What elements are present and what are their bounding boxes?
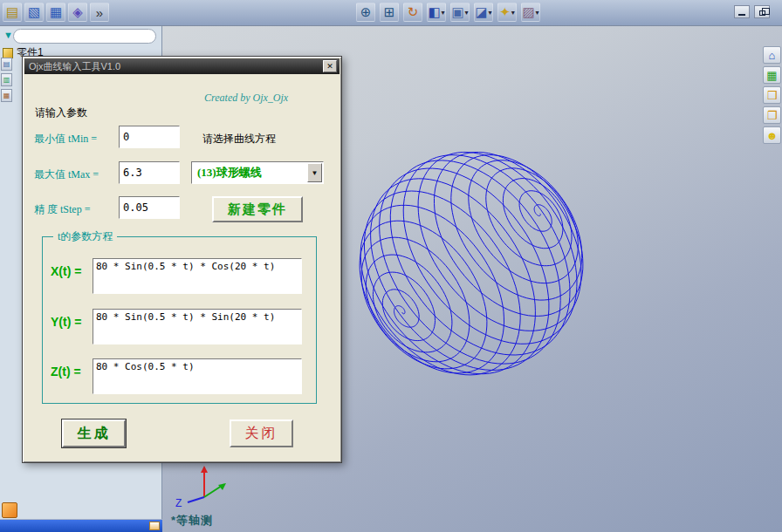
restore-button[interactable] — [754, 5, 770, 18]
dialog-titlebar[interactable]: Ojx曲线输入工具V1.0 ✕ — [24, 58, 340, 74]
open-document-icon[interactable]: ▧ — [24, 3, 44, 22]
spherical-spiral-curve — [360, 153, 583, 375]
taskbar-app-icon[interactable] — [2, 502, 17, 518]
z-equation-label: Z(t) = — [51, 365, 81, 379]
section-view-icon[interactable]: ◪▾ — [474, 3, 493, 22]
minimize-button[interactable] — [734, 5, 750, 18]
appearance-icon[interactable]: ✦▾ — [497, 3, 517, 22]
curve-equation-select[interactable]: (13)球形螺线 ▼ — [191, 161, 324, 184]
task-pane-tabs: ⌂▦❒❐☻ — [763, 46, 781, 144]
dropdown-caret-icon[interactable]: ▾ — [511, 9, 515, 17]
document-window-controls — [734, 5, 770, 18]
restore-icon — [759, 10, 765, 16]
dialog-title: Ojx曲线输入工具V1.0 — [24, 60, 323, 73]
application-window: Z *等轴测 ▤▧▦◈» ⊕⊞↻◧▾▣▾◪▾✦▾▨▾ ▼ 零件1 ▤▥▦ ⌂▦❒… — [0, 0, 782, 532]
panel-tab-1-icon[interactable]: ▤ — [1, 58, 12, 71]
dropdown-caret-icon[interactable]: ▾ — [442, 9, 445, 17]
tmin-label: 最小值 tMin = — [34, 132, 97, 147]
curve-input-dialog: Ojx曲线输入工具V1.0 ✕ Created by Ojx_Ojx 请输入参数… — [22, 56, 342, 463]
reference-geometry-icon[interactable]: ◈ — [68, 3, 87, 22]
y-equation-input[interactable]: 80 * Sin(0.5 * t) * Sin(20 * t) — [93, 309, 302, 344]
display-style-icon[interactable]: ▣▾ — [450, 3, 470, 22]
dropdown-caret-icon[interactable]: ▾ — [489, 9, 492, 17]
equation-group-title: t的参数方程 — [53, 229, 117, 244]
params-heading: 请输入参数 — [35, 106, 87, 120]
close-button[interactable]: 关闭 — [230, 419, 293, 447]
triad-z-label: Z — [175, 497, 182, 509]
triad-red-axis-arrow — [201, 466, 208, 473]
panel-tab-2-icon[interactable]: ▥ — [1, 73, 12, 86]
new-document-icon[interactable]: ▤ — [3, 3, 22, 22]
tmin-input[interactable] — [119, 126, 180, 148]
view-toolbar: ⊕⊞↻◧▾▣▾◪▾✦▾▨▾ — [356, 3, 540, 22]
z-equation-input[interactable]: 80 * Cos(0.5 * t) — [93, 358, 302, 394]
curve-equation-selected: (13)球形螺线 — [192, 165, 307, 181]
chevron-down-icon[interactable]: ▼ — [307, 163, 322, 182]
save-document-icon[interactable]: ▦ — [46, 3, 65, 22]
dropdown-caret-icon[interactable]: ▾ — [465, 9, 469, 17]
help-icon[interactable]: ☻ — [763, 126, 781, 144]
generate-button[interactable]: 生成 — [62, 419, 126, 447]
part-icon — [3, 48, 13, 58]
tstep-input[interactable] — [119, 196, 180, 219]
feature-filter-box[interactable] — [13, 29, 156, 44]
y-equation-label: Y(t) = — [51, 315, 81, 329]
panel-tab-strip: ▤▥▦ — [1, 58, 12, 102]
tmax-label: 最大值 tMax = — [34, 167, 99, 182]
taskbar-strip[interactable] — [0, 520, 162, 532]
zoom-to-area-icon[interactable]: ⊞ — [380, 3, 399, 22]
panel-tab-3-icon[interactable]: ▦ — [1, 89, 12, 102]
filter-funnel-icon[interactable]: ▼ — [3, 30, 13, 40]
sketch-icon[interactable]: ▦ — [763, 66, 781, 84]
triad-green-axis-arrow — [218, 483, 226, 490]
tstep-label: 精 度 tStep = — [34, 202, 90, 217]
curve-heading: 请选择曲线方程 — [202, 132, 276, 147]
main-toolbar: ▤▧▦◈» ⊕⊞↻◧▾▣▾◪▾✦▾▨▾ — [0, 0, 782, 26]
origin-triad: Z — [173, 462, 237, 513]
standard-views-icon[interactable]: ◧▾ — [427, 3, 446, 22]
minimize-icon — [738, 14, 745, 16]
scene-icon[interactable]: ▨▾ — [521, 3, 540, 22]
toolbar-overflow-chevron[interactable]: » — [90, 3, 109, 22]
new-part-button[interactable]: 新建零件 — [212, 196, 303, 222]
view-orientation-label: *等轴测 — [171, 513, 213, 529]
folder-up-icon[interactable]: ❐ — [763, 106, 781, 124]
x-equation-input[interactable]: 80 * Sin(0.5 * t) * Cos(20 * t) — [93, 258, 302, 294]
credit-text: Created by Ojx_Ojx — [204, 92, 288, 105]
folder-open-icon[interactable]: ❒ — [763, 86, 781, 104]
x-equation-label: X(t) = — [51, 264, 81, 278]
dialog-close-button[interactable]: ✕ — [323, 60, 337, 72]
home-icon[interactable]: ⌂ — [763, 46, 781, 64]
close-icon: ✕ — [326, 62, 333, 71]
rotate-view-icon[interactable]: ↻ — [403, 3, 422, 22]
taskbar-small-icon[interactable] — [149, 522, 160, 530]
triad-blue-axis — [188, 497, 204, 502]
tmax-input[interactable] — [119, 161, 180, 184]
zoom-in-out-icon[interactable]: ⊕ — [356, 3, 375, 22]
standard-toolbar: ▤▧▦◈» — [3, 3, 109, 22]
dropdown-caret-icon[interactable]: ▾ — [536, 9, 539, 17]
